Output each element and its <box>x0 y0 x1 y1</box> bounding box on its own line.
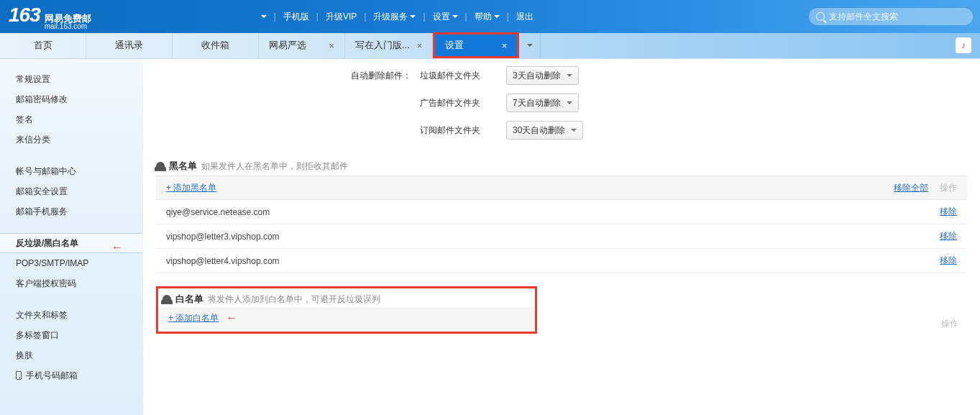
form-row-spam: 自动删除邮件： 垃圾邮件文件夹 3天自动删除 <box>143 66 980 85</box>
blacklist-title: 黑名单 <box>169 160 197 173</box>
sidebar-item-filter[interactable]: 来信分类 <box>0 129 143 150</box>
remove-link[interactable]: 移除 <box>940 206 957 218</box>
tabs-bar: 首页 通讯录 收件箱 网易严选 × 写在入门版... × 设置 × ♪ <box>0 33 980 59</box>
sidebar-item-security[interactable]: 邮箱安全设置 <box>0 181 143 201</box>
blacklist-head: 黑名单 如果发件人在黑名单中，则拒收其邮件 <box>156 157 967 175</box>
settings-content: 自动删除邮件： 垃圾邮件文件夹 3天自动删除 广告邮件文件夹 7天自动删除 订阅… <box>143 59 980 415</box>
add-blacklist-link[interactable]: + 添加黑名单 <box>166 182 216 194</box>
blacklist-toolbar: + 添加黑名单 移除全部 操作 <box>156 175 967 200</box>
settings-sidebar: 常规设置 邮箱密码修改 签名 来信分类 帐号与邮箱中心 邮箱安全设置 邮箱手机服… <box>0 59 143 415</box>
select-ads-days[interactable]: 7天自动删除 <box>506 94 579 112</box>
sidebar-item-signature[interactable]: 签名 <box>0 109 143 129</box>
sidebar-item-phone-mail[interactable]: 手机号码邮箱 <box>0 365 143 386</box>
tab-contacts[interactable]: 通讯录 <box>86 32 173 58</box>
close-icon[interactable]: × <box>329 40 334 51</box>
person-icon <box>162 295 171 304</box>
logo[interactable]: 163 网易免费邮 mail.163.com <box>9 4 91 30</box>
search-input[interactable] <box>829 12 966 22</box>
ops-label: 操作 <box>941 318 958 330</box>
close-icon[interactable]: × <box>502 40 508 51</box>
chevron-down-icon <box>527 44 533 47</box>
chevron-down-icon <box>410 15 416 18</box>
chevron-down-icon <box>567 101 572 104</box>
person-icon <box>156 162 165 170</box>
logo-number: 163 <box>9 4 40 27</box>
nav-help[interactable]: 帮助 <box>470 11 504 23</box>
nav-upgrade-service[interactable]: 升级服务 <box>369 11 420 23</box>
main-area: 常规设置 邮箱密码修改 签名 来信分类 帐号与邮箱中心 邮箱安全设置 邮箱手机服… <box>0 59 980 415</box>
chevron-down-icon <box>261 15 267 18</box>
blacklist-row: qiye@service.netease.com 移除 <box>156 200 967 224</box>
sidebar-item-mobile-service[interactable]: 邮箱手机服务 <box>0 201 143 222</box>
blacklist-email: qiye@service.netease.com <box>166 207 270 217</box>
sidebar-item-account[interactable]: 帐号与邮箱中心 <box>0 161 143 181</box>
logo-text-cn: 网易免费邮 <box>45 14 91 23</box>
sidebar-item-client-auth[interactable]: 客户端授权密码 <box>0 273 143 293</box>
tab-compose-label: 写在入门版... <box>355 39 410 52</box>
whitelist-section: 白名单 将发件人添加到白名单中，可避开反垃圾误判 + 添加白名单 ← <box>156 286 537 334</box>
chevron-down-icon <box>452 15 458 18</box>
tab-add[interactable] <box>519 32 541 58</box>
sidebar-item-pop3[interactable]: POP3/SMTP/IMAP <box>0 253 143 273</box>
blacklist-section: 黑名单 如果发件人在黑名单中，则拒收其邮件 + 添加黑名单 移除全部 操作 qi… <box>156 157 967 273</box>
chevron-down-icon <box>567 74 572 77</box>
whitelist-desc: 将发件人添加到白名单中，可避开反垃圾误判 <box>208 293 380 306</box>
form-row-ads: 广告邮件文件夹 7天自动删除 <box>143 94 980 112</box>
folder-subs-label: 订阅邮件文件夹 <box>420 124 506 137</box>
blacklist-email: vipshop@letter4.vipshop.com <box>166 256 280 266</box>
search-box[interactable] <box>809 8 973 25</box>
select-spam-days[interactable]: 3天自动删除 <box>506 66 579 85</box>
sidebar-item-skin[interactable]: 换肤 <box>0 345 143 365</box>
nav-dropdown-empty[interactable] <box>257 15 271 18</box>
nav-upgrade-vip[interactable]: 升级VIP <box>321 11 361 23</box>
remove-all-link[interactable]: 移除全部 <box>894 182 928 194</box>
sidebar-item-general[interactable]: 常规设置 <box>0 69 143 89</box>
tab-home[interactable]: 首页 <box>0 32 86 58</box>
select-subs-days[interactable]: 30天自动删除 <box>506 121 583 140</box>
sidebar-item-folders[interactable]: 文件夹和标签 <box>0 305 143 325</box>
remove-link[interactable]: 移除 <box>940 255 957 267</box>
top-nav: | 手机版 | 升级VIP | 升级服务 | 设置 | 帮助 | 退出 <box>257 11 538 23</box>
sidebar-item-multitab[interactable]: 多标签窗口 <box>0 325 143 345</box>
tab-yanxuan[interactable]: 网易严选 × <box>259 32 345 58</box>
tab-yanxuan-label: 网易严选 <box>269 39 306 52</box>
add-whitelist-link[interactable]: + 添加白名单 <box>168 312 219 324</box>
sidebar-item-phone-mail-label: 手机号码邮箱 <box>26 365 78 386</box>
search-icon <box>816 12 825 21</box>
close-icon[interactable]: × <box>417 40 423 51</box>
blacklist-row: vipshop@letter4.vipshop.com 移除 <box>156 249 967 273</box>
nav-settings[interactable]: 设置 <box>429 11 462 23</box>
tab-inbox[interactable]: 收件箱 <box>173 32 259 58</box>
tab-compose[interactable]: 写在入门版... × <box>345 32 433 58</box>
folder-spam-label: 垃圾邮件文件夹 <box>420 70 506 82</box>
ops-label: 操作 <box>940 182 957 194</box>
whitelist-toolbar: + 添加白名单 ← <box>158 307 535 329</box>
form-row-subs: 订阅邮件文件夹 30天自动删除 <box>143 121 980 140</box>
blacklist-email: vipshop@letter3.vipshop.com <box>166 232 280 242</box>
phone-icon <box>16 371 22 380</box>
tab-settings-label: 设置 <box>445 39 464 52</box>
blacklist-desc: 如果发件人在黑名单中，则拒收其邮件 <box>201 160 348 173</box>
annotation-arrow-left: ← <box>226 311 237 324</box>
whitelist-head: 白名单 将发件人添加到白名单中，可避开反垃圾误判 <box>158 288 535 307</box>
music-icon[interactable]: ♪ <box>956 37 971 53</box>
whitelist-title: 白名单 <box>175 293 203 306</box>
auto-delete-label: 自动删除邮件： <box>143 70 420 82</box>
sidebar-item-password[interactable]: 邮箱密码修改 <box>0 89 143 109</box>
sidebar-item-antispam[interactable]: 反垃圾/黑白名单 ← <box>0 233 143 253</box>
remove-link[interactable]: 移除 <box>940 230 957 242</box>
chevron-down-icon <box>571 129 577 132</box>
logo-text-en: mail.163.com <box>45 23 91 30</box>
nav-mobile[interactable]: 手机版 <box>279 11 313 23</box>
sidebar-item-antispam-label: 反垃圾/黑白名单 <box>16 233 78 253</box>
whitelist-wrapper: 白名单 将发件人添加到白名单中，可避开反垃圾误判 + 添加白名单 ← 操作 <box>143 286 980 334</box>
tab-settings[interactable]: 设置 × <box>433 32 519 58</box>
nav-logout[interactable]: 退出 <box>512 11 538 23</box>
app-header: 163 网易免费邮 mail.163.com | 手机版 | 升级VIP | 升… <box>0 0 980 33</box>
folder-ads-label: 广告邮件文件夹 <box>420 97 506 109</box>
blacklist-row: vipshop@letter3.vipshop.com 移除 <box>156 224 967 249</box>
chevron-down-icon <box>494 15 500 18</box>
